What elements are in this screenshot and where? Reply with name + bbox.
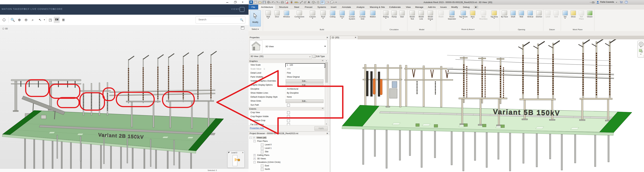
crop-view-checkbox[interactable] <box>287 111 290 114</box>
revit-3d-canvas[interactable]: Variant 5B 150kV <box>330 39 644 172</box>
tool-column[interactable]: Column <box>308 10 318 19</box>
tool-mullion[interactable]: Mullion <box>368 10 378 18</box>
vg-overrides-edit-button[interactable]: Edit... <box>286 80 324 83</box>
instance-dropdown-caret-icon[interactable]: ∨ <box>309 56 310 58</box>
tree-site[interactable]: Site <box>248 150 330 154</box>
tab-precast[interactable]: Precast <box>302 5 315 10</box>
minimize-icon[interactable] <box>226 0 229 4</box>
sync-icon[interactable] <box>267 1 270 4</box>
tool-wall[interactable]: Wall <box>264 10 272 19</box>
modify-button[interactable]: Modify <box>250 10 261 26</box>
signed-in-user[interactable]: Rafal.Gaweda <box>600 1 614 3</box>
prop-row-view-scale[interactable]: View Scale 1 : 100 <box>248 63 324 67</box>
section-icon[interactable] <box>317 1 320 4</box>
wheel-dropdown-caret-icon[interactable] <box>640 46 642 48</box>
panel-build-label[interactable]: Build <box>263 28 381 30</box>
navigation-bar[interactable]: ⊖ <box>638 41 644 58</box>
collapse-search-icon[interactable]: ‹ <box>590 1 590 4</box>
revit-logo-icon[interactable]: R <box>249 0 253 4</box>
prop-row-annotation-crop[interactable]: Annotation Crop <box>248 118 324 123</box>
zoom-out-icon[interactable]: ⊖ <box>23 17 29 23</box>
view-tab-3d[interactable]: {3D} ✕ <box>330 36 358 39</box>
save-icon[interactable] <box>263 1 266 4</box>
tool-tag-room[interactable]: Tag Room <box>459 10 468 19</box>
graphic-display-edit-button[interactable]: Edit... <box>286 84 324 87</box>
tree-east[interactable]: East <box>248 164 330 168</box>
tool-component[interactable]: Component <box>293 10 306 19</box>
prop-row-parts-visibility[interactable]: Parts VisibilityShow Original <box>248 75 324 79</box>
tool-dormer[interactable]: Dormer <box>535 10 543 18</box>
properties-scrollbar[interactable]: ▲▼ <box>325 60 328 126</box>
tool-area[interactable]: Area <box>468 10 476 19</box>
collapse-icon[interactable]: − <box>254 161 256 163</box>
navbar-collapse-icon[interactable]: ⊖ <box>644 55 644 57</box>
panel-model-label[interactable]: Model <box>407 28 436 30</box>
tab-debug[interactable]: Debug <box>460 5 472 10</box>
prop-row-analysis-style[interactable]: Default Analysis Display StyleNone <box>248 95 324 99</box>
views-label[interactable]: VIEWS <box>231 8 240 10</box>
switch-windows-icon[interactable] <box>330 1 333 4</box>
restore-icon[interactable] <box>233 0 237 4</box>
tool-curtain-system[interactable]: Curtain System <box>347 10 357 20</box>
prop-row-discipline[interactable]: DisciplineArchitectural <box>248 87 324 91</box>
tool-model-group[interactable]: Model Group <box>426 10 435 21</box>
properties-help-link[interactable]: Properties help <box>250 127 264 129</box>
menu-bcf-live-connector[interactable]: BCF LIVE CONNECTOR <box>24 8 55 10</box>
tree-views-all[interactable]: − O Views (all) <box>248 136 330 140</box>
tab-structure[interactable]: Structure <box>276 5 291 10</box>
tool-vertical[interactable]: Vertical <box>526 10 534 18</box>
default-3d-view-icon[interactable] <box>312 1 315 4</box>
panel-datum-label[interactable]: Datum <box>543 28 561 30</box>
tab-systems[interactable]: Systems <box>315 5 328 10</box>
sun-path-checkbox[interactable] <box>287 104 290 106</box>
measure-icon[interactable] <box>294 1 298 4</box>
menu-takeoff[interactable]: MATION TAKEOFF <box>2 8 25 10</box>
tool-door[interactable]: Door <box>273 10 281 18</box>
prop-row-crop-region-visible[interactable]: Crop Region Visible <box>248 114 324 119</box>
crop-region-checkbox[interactable] <box>287 115 290 118</box>
tab-annotate[interactable]: Annotate <box>340 5 354 10</box>
section-extents[interactable]: Extents˄˄ <box>248 107 324 111</box>
tab-issues[interactable]: Issues <box>438 5 449 10</box>
tool-model-line[interactable]: Model Line <box>417 10 426 20</box>
show-grids-edit-button[interactable]: Edit... <box>286 100 324 103</box>
tool-by-face[interactable]: By Face <box>500 10 508 18</box>
tree-level-1[interactable]: Level 1 <box>248 146 330 150</box>
prop-row-show-grids[interactable]: Show Grids Edit... <box>248 99 324 103</box>
apply-button[interactable]: Apply <box>314 126 328 131</box>
tool-stair[interactable]: Stair <box>398 10 406 18</box>
tool-curtain-grid[interactable]: Curtain Grid <box>358 10 367 20</box>
tab-collaborate[interactable]: Collaborate <box>387 5 403 10</box>
tab-manage[interactable]: Manage <box>413 5 426 10</box>
text-tool-icon[interactable]: A <box>308 1 310 4</box>
close-icon[interactable]: × <box>241 0 244 4</box>
section-graphics[interactable]: Graphics˄˄ <box>248 60 324 63</box>
search-input[interactable] <box>198 18 239 21</box>
panel-circulation-label[interactable]: Circulation <box>381 28 407 30</box>
store-cart-icon[interactable] <box>620 1 623 4</box>
prop-row-far-clip[interactable]: Far Clip Active <box>248 122 324 125</box>
viewport-restore-icon[interactable] <box>241 26 244 29</box>
pdf-export-icon[interactable]: PDF <box>285 1 288 4</box>
tab-add-ins[interactable]: Add-Ins <box>426 5 438 10</box>
tool-show[interactable]: Show <box>569 10 577 18</box>
tool-ramp[interactable]: Ramp <box>390 10 398 18</box>
search-icon[interactable]: 🔍 <box>240 18 244 22</box>
panel-select-label[interactable]: Select ▾ <box>248 28 262 30</box>
steering-wheel-icon[interactable] <box>639 42 644 46</box>
tab-analyze[interactable]: Analyze <box>354 5 367 10</box>
tree-floor-plans[interactable]: − Floor Plans <box>248 140 330 143</box>
thin-lines-icon[interactable] <box>320 0 324 4</box>
tree-level-0[interactable]: Level 0 <box>248 143 330 146</box>
tool-railing[interactable]: Railing <box>382 10 390 19</box>
tab-steel[interactable]: Steel <box>292 5 302 10</box>
tab-massing-site[interactable]: Massing & Site <box>367 5 387 10</box>
customize-qat-icon[interactable]: ▾ <box>336 1 336 4</box>
instance-selector[interactable]: 3D View: {3D} ∨ <box>249 54 312 59</box>
tool-model-text[interactable]: Model Text <box>408 10 416 20</box>
pin-icon[interactable] <box>290 1 293 4</box>
expand-icon[interactable]: + <box>254 154 256 156</box>
project-browser-close-icon[interactable]: ✕ <box>326 132 328 135</box>
camera-dot[interactable] <box>238 159 240 161</box>
tool-wall-opening[interactable]: Wall <box>518 10 525 18</box>
